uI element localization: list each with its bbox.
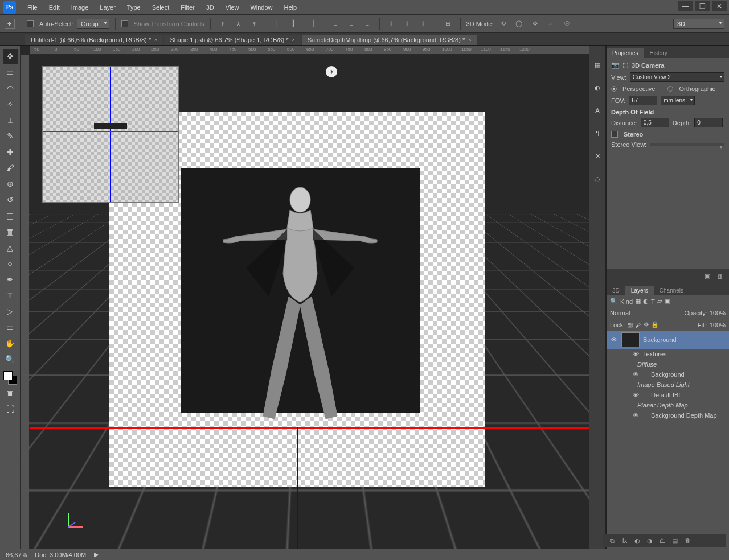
layer-diffuse[interactable]: Diffuse [607, 359, 729, 369]
layer-ibl[interactable]: Image Based Light [607, 380, 729, 390]
adjustments-icon[interactable]: ◐ [592, 82, 603, 93]
depth-input[interactable] [694, 118, 723, 127]
distribute-vcenter-icon[interactable]: ≡ [345, 18, 358, 30]
3d-roll-icon[interactable]: ◯ [513, 18, 525, 30]
quickmask-tool[interactable]: ▣ [3, 386, 18, 401]
layer-depthmap[interactable]: Planar Depth Map [607, 400, 729, 410]
tab-properties[interactable]: Properties [607, 48, 644, 58]
perspective-radio[interactable] [611, 86, 617, 92]
filter-adjust-icon[interactable]: ◐ [643, 298, 649, 305]
tab-untitled[interactable]: Untitled-1 @ 66,6% (Background, RGB/8) *… [25, 35, 163, 45]
lock-all-icon[interactable]: 🔒 [651, 321, 659, 328]
fill-input[interactable]: 100% [710, 322, 726, 328]
lock-position-icon[interactable]: ✥ [644, 321, 649, 328]
blur-tool[interactable]: △ [3, 240, 18, 255]
gradient-tool[interactable]: ▦ [3, 224, 18, 239]
3d-scale-icon[interactable]: ⦾ [560, 18, 573, 30]
path-tool[interactable]: ▷ [3, 304, 18, 319]
distribute-right-icon[interactable]: ⦀ [417, 18, 430, 30]
close-icon[interactable]: × [154, 37, 157, 43]
lock-paint-icon[interactable]: 🖌 [635, 322, 641, 328]
layer-default-ibl[interactable]: 👁Default IBL [607, 390, 729, 400]
lock-transparent-icon[interactable]: ▨ [627, 321, 633, 328]
tab-channels-panel[interactable]: Channels [654, 286, 689, 295]
menu-layer[interactable]: Layer [94, 4, 121, 11]
distribute-left-icon[interactable]: ⦀ [386, 18, 398, 30]
layer-textures[interactable]: 👁Textures [607, 349, 729, 359]
wand-tool[interactable]: ✧ [3, 97, 18, 112]
filter-smart-icon[interactable]: ▣ [664, 298, 670, 305]
menu-3d[interactable]: 3D [200, 4, 220, 11]
group-icon[interactable]: 🗀 [658, 536, 667, 545]
distribute-hcenter-icon[interactable]: ⦀ [402, 18, 414, 30]
align-vcenter-icon[interactable]: ⫰ [232, 18, 245, 30]
brush-tool[interactable]: 🖌 [3, 160, 18, 175]
layer-background[interactable]: 👁 Background [607, 331, 729, 349]
link-icon[interactable]: ⧉ [608, 536, 617, 545]
canvas-area[interactable]: 5005010015020025030035040045050055060065… [21, 46, 589, 549]
mask-icon[interactable]: ◐ [633, 536, 642, 545]
align-top-icon[interactable]: ⫯ [216, 18, 229, 30]
menu-view[interactable]: View [220, 4, 245, 11]
3d-slide-icon[interactable]: ↔ [544, 18, 557, 30]
visibility-icon[interactable]: 👁 [632, 392, 640, 398]
move-tool[interactable]: ✥ [3, 49, 18, 64]
paragraph-icon[interactable]: ¶ [592, 127, 603, 139]
tab-shape1[interactable]: Shape 1.psb @ 66,7% (Shape 1, RGB/8) *× [164, 35, 300, 45]
tab-layers-panel[interactable]: Layers [625, 286, 654, 295]
crop-tool[interactable]: ⟂ [3, 113, 18, 127]
layer-thumbnail[interactable] [621, 332, 640, 347]
secondary-view[interactable] [42, 66, 179, 203]
close-icon[interactable]: × [292, 37, 294, 43]
menu-window[interactable]: Window [244, 4, 278, 11]
dodge-tool[interactable]: ○ [3, 256, 18, 271]
trash-icon[interactable]: 🗑 [715, 271, 724, 281]
orthographic-radio[interactable] [667, 86, 673, 92]
render-icon[interactable]: ▣ [703, 271, 712, 281]
menu-type[interactable]: Type [121, 4, 146, 11]
screenmode-tool[interactable]: ⛶ [3, 402, 18, 417]
align-hcenter-icon[interactable]: ▎ [289, 18, 301, 30]
tab-sampledepth[interactable]: SampleDepthMap.bmp @ 66,7% (Background, … [302, 35, 477, 45]
menu-help[interactable]: Help [279, 4, 303, 11]
menu-select[interactable]: Select [146, 4, 175, 11]
layer-bg-depthmap[interactable]: 👁Background Depth Map [607, 410, 729, 421]
character-icon[interactable]: A [592, 105, 603, 116]
close-icon[interactable]: × [468, 37, 471, 43]
eyedropper-tool[interactable]: ✎ [3, 129, 18, 143]
layer-diffuse-bg[interactable]: 👁Background [607, 369, 729, 380]
adjustment-icon[interactable]: ◑ [645, 536, 654, 545]
color-swatch[interactable] [3, 371, 17, 385]
type-tool[interactable]: T [3, 288, 18, 303]
lasso-tool[interactable]: ◠ [3, 81, 18, 96]
align-left-icon[interactable]: ▏ [273, 18, 285, 30]
visibility-icon[interactable]: 👁 [632, 371, 640, 378]
status-arrow-icon[interactable]: ▶ [94, 551, 99, 558]
new-layer-icon[interactable]: ▤ [670, 536, 679, 545]
align-right-icon[interactable]: ▕ [305, 18, 317, 30]
3d-rotate-icon[interactable]: ⟲ [497, 18, 509, 30]
zoom-level[interactable]: 66,67% [6, 551, 27, 558]
fx-icon[interactable]: fx [620, 536, 629, 545]
pen-tool[interactable]: ✒ [3, 272, 18, 287]
menu-filter[interactable]: Filter [175, 4, 200, 11]
axis-gizmo[interactable] [64, 509, 87, 532]
light-widget-icon[interactable]: ☀ [326, 66, 337, 77]
healing-tool[interactable]: ✚ [3, 145, 18, 159]
maximize-button[interactable]: ❐ [695, 1, 710, 11]
delete-icon[interactable]: 🗑 [683, 536, 692, 545]
filter-shape-icon[interactable]: ▱ [657, 298, 662, 305]
minimize-button[interactable]: — [678, 1, 693, 11]
align-bottom-icon[interactable]: ⫯ [248, 18, 261, 30]
fov-unit-dropdown[interactable]: mm lens [661, 96, 695, 105]
distribute-bottom-icon[interactable]: ≡ [361, 18, 374, 30]
filter-icon[interactable]: 🔍 [610, 298, 618, 305]
tools-icon[interactable]: ✕ [592, 150, 603, 162]
3d-figure[interactable] [218, 183, 383, 422]
swatches-icon[interactable]: ▦ [592, 59, 603, 71]
auto-select-checkbox[interactable] [27, 20, 34, 27]
opacity-input[interactable]: 100% [710, 310, 726, 316]
zoom-tool[interactable]: 🔍 [3, 352, 18, 367]
filter-kind-dropdown[interactable]: Kind [620, 298, 633, 305]
workspace-dropdown[interactable]: 3D [673, 19, 724, 29]
